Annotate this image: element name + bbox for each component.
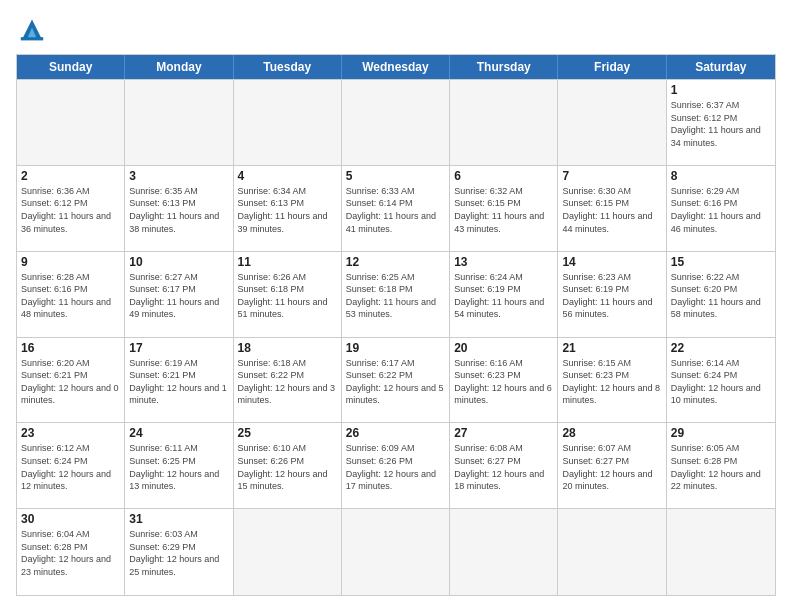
day-cell-empty xyxy=(17,80,125,166)
day-info: Sunrise: 6:32 AM Sunset: 6:15 PM Dayligh… xyxy=(454,185,553,235)
day-info: Sunrise: 6:08 AM Sunset: 6:27 PM Dayligh… xyxy=(454,442,553,492)
day-number: 13 xyxy=(454,255,553,269)
day-info: Sunrise: 6:28 AM Sunset: 6:16 PM Dayligh… xyxy=(21,271,120,321)
day-number: 5 xyxy=(346,169,445,183)
day-number: 27 xyxy=(454,426,553,440)
day-info: Sunrise: 6:12 AM Sunset: 6:24 PM Dayligh… xyxy=(21,442,120,492)
day-cell-empty xyxy=(125,80,233,166)
day-cell-empty xyxy=(450,80,558,166)
day-number: 17 xyxy=(129,341,228,355)
day-number: 9 xyxy=(21,255,120,269)
day-cell-24: 24Sunrise: 6:11 AM Sunset: 6:25 PM Dayli… xyxy=(125,423,233,509)
day-number: 20 xyxy=(454,341,553,355)
day-cell-empty xyxy=(558,509,666,595)
logo xyxy=(16,16,52,44)
day-cell-6: 6Sunrise: 6:32 AM Sunset: 6:15 PM Daylig… xyxy=(450,166,558,252)
day-info: Sunrise: 6:23 AM Sunset: 6:19 PM Dayligh… xyxy=(562,271,661,321)
calendar: Sunday Monday Tuesday Wednesday Thursday… xyxy=(16,54,776,596)
day-number: 8 xyxy=(671,169,771,183)
page: Sunday Monday Tuesday Wednesday Thursday… xyxy=(0,0,792,612)
day-cell-empty xyxy=(234,80,342,166)
day-cell-19: 19Sunrise: 6:17 AM Sunset: 6:22 PM Dayli… xyxy=(342,338,450,424)
header-monday: Monday xyxy=(125,55,233,79)
day-cell-15: 15Sunrise: 6:22 AM Sunset: 6:20 PM Dayli… xyxy=(667,252,775,338)
header-sunday: Sunday xyxy=(17,55,125,79)
day-number: 24 xyxy=(129,426,228,440)
calendar-grid: 1Sunrise: 6:37 AM Sunset: 6:12 PM Daylig… xyxy=(17,79,775,595)
day-info: Sunrise: 6:17 AM Sunset: 6:22 PM Dayligh… xyxy=(346,357,445,407)
header-wednesday: Wednesday xyxy=(342,55,450,79)
header xyxy=(16,16,776,44)
day-cell-27: 27Sunrise: 6:08 AM Sunset: 6:27 PM Dayli… xyxy=(450,423,558,509)
header-friday: Friday xyxy=(558,55,666,79)
day-number: 11 xyxy=(238,255,337,269)
day-cell-14: 14Sunrise: 6:23 AM Sunset: 6:19 PM Dayli… xyxy=(558,252,666,338)
day-number: 1 xyxy=(671,83,771,97)
day-info: Sunrise: 6:07 AM Sunset: 6:27 PM Dayligh… xyxy=(562,442,661,492)
day-cell-empty xyxy=(667,509,775,595)
day-number: 18 xyxy=(238,341,337,355)
day-cell-13: 13Sunrise: 6:24 AM Sunset: 6:19 PM Dayli… xyxy=(450,252,558,338)
day-info: Sunrise: 6:03 AM Sunset: 6:29 PM Dayligh… xyxy=(129,528,228,578)
day-number: 29 xyxy=(671,426,771,440)
day-headers-row: Sunday Monday Tuesday Wednesday Thursday… xyxy=(17,55,775,79)
day-info: Sunrise: 6:10 AM Sunset: 6:26 PM Dayligh… xyxy=(238,442,337,492)
day-cell-22: 22Sunrise: 6:14 AM Sunset: 6:24 PM Dayli… xyxy=(667,338,775,424)
day-number: 26 xyxy=(346,426,445,440)
day-number: 31 xyxy=(129,512,228,526)
svg-rect-3 xyxy=(21,37,43,40)
day-info: Sunrise: 6:33 AM Sunset: 6:14 PM Dayligh… xyxy=(346,185,445,235)
day-cell-2: 2Sunrise: 6:36 AM Sunset: 6:12 PM Daylig… xyxy=(17,166,125,252)
day-cell-25: 25Sunrise: 6:10 AM Sunset: 6:26 PM Dayli… xyxy=(234,423,342,509)
day-info: Sunrise: 6:26 AM Sunset: 6:18 PM Dayligh… xyxy=(238,271,337,321)
day-number: 2 xyxy=(21,169,120,183)
day-info: Sunrise: 6:30 AM Sunset: 6:15 PM Dayligh… xyxy=(562,185,661,235)
day-cell-5: 5Sunrise: 6:33 AM Sunset: 6:14 PM Daylig… xyxy=(342,166,450,252)
day-cell-empty xyxy=(342,509,450,595)
header-thursday: Thursday xyxy=(450,55,558,79)
day-number: 3 xyxy=(129,169,228,183)
header-tuesday: Tuesday xyxy=(234,55,342,79)
day-cell-12: 12Sunrise: 6:25 AM Sunset: 6:18 PM Dayli… xyxy=(342,252,450,338)
day-number: 16 xyxy=(21,341,120,355)
day-cell-11: 11Sunrise: 6:26 AM Sunset: 6:18 PM Dayli… xyxy=(234,252,342,338)
day-info: Sunrise: 6:09 AM Sunset: 6:26 PM Dayligh… xyxy=(346,442,445,492)
day-number: 30 xyxy=(21,512,120,526)
day-cell-17: 17Sunrise: 6:19 AM Sunset: 6:21 PM Dayli… xyxy=(125,338,233,424)
day-cell-empty xyxy=(450,509,558,595)
day-number: 14 xyxy=(562,255,661,269)
day-cell-31: 31Sunrise: 6:03 AM Sunset: 6:29 PM Dayli… xyxy=(125,509,233,595)
day-info: Sunrise: 6:19 AM Sunset: 6:21 PM Dayligh… xyxy=(129,357,228,407)
day-info: Sunrise: 6:14 AM Sunset: 6:24 PM Dayligh… xyxy=(671,357,771,407)
day-cell-8: 8Sunrise: 6:29 AM Sunset: 6:16 PM Daylig… xyxy=(667,166,775,252)
day-cell-20: 20Sunrise: 6:16 AM Sunset: 6:23 PM Dayli… xyxy=(450,338,558,424)
day-info: Sunrise: 6:36 AM Sunset: 6:12 PM Dayligh… xyxy=(21,185,120,235)
day-info: Sunrise: 6:15 AM Sunset: 6:23 PM Dayligh… xyxy=(562,357,661,407)
day-info: Sunrise: 6:27 AM Sunset: 6:17 PM Dayligh… xyxy=(129,271,228,321)
day-info: Sunrise: 6:35 AM Sunset: 6:13 PM Dayligh… xyxy=(129,185,228,235)
day-number: 7 xyxy=(562,169,661,183)
day-cell-26: 26Sunrise: 6:09 AM Sunset: 6:26 PM Dayli… xyxy=(342,423,450,509)
day-cell-30: 30Sunrise: 6:04 AM Sunset: 6:28 PM Dayli… xyxy=(17,509,125,595)
day-number: 21 xyxy=(562,341,661,355)
day-cell-empty xyxy=(234,509,342,595)
day-cell-empty xyxy=(342,80,450,166)
day-number: 6 xyxy=(454,169,553,183)
day-cell-16: 16Sunrise: 6:20 AM Sunset: 6:21 PM Dayli… xyxy=(17,338,125,424)
day-info: Sunrise: 6:34 AM Sunset: 6:13 PM Dayligh… xyxy=(238,185,337,235)
day-number: 22 xyxy=(671,341,771,355)
day-cell-29: 29Sunrise: 6:05 AM Sunset: 6:28 PM Dayli… xyxy=(667,423,775,509)
day-info: Sunrise: 6:24 AM Sunset: 6:19 PM Dayligh… xyxy=(454,271,553,321)
day-cell-28: 28Sunrise: 6:07 AM Sunset: 6:27 PM Dayli… xyxy=(558,423,666,509)
day-number: 12 xyxy=(346,255,445,269)
day-number: 4 xyxy=(238,169,337,183)
day-number: 10 xyxy=(129,255,228,269)
day-info: Sunrise: 6:18 AM Sunset: 6:22 PM Dayligh… xyxy=(238,357,337,407)
day-number: 19 xyxy=(346,341,445,355)
day-info: Sunrise: 6:05 AM Sunset: 6:28 PM Dayligh… xyxy=(671,442,771,492)
day-info: Sunrise: 6:25 AM Sunset: 6:18 PM Dayligh… xyxy=(346,271,445,321)
day-info: Sunrise: 6:37 AM Sunset: 6:12 PM Dayligh… xyxy=(671,99,771,149)
day-cell-10: 10Sunrise: 6:27 AM Sunset: 6:17 PM Dayli… xyxy=(125,252,233,338)
day-cell-21: 21Sunrise: 6:15 AM Sunset: 6:23 PM Dayli… xyxy=(558,338,666,424)
generalblue-icon xyxy=(16,16,48,44)
